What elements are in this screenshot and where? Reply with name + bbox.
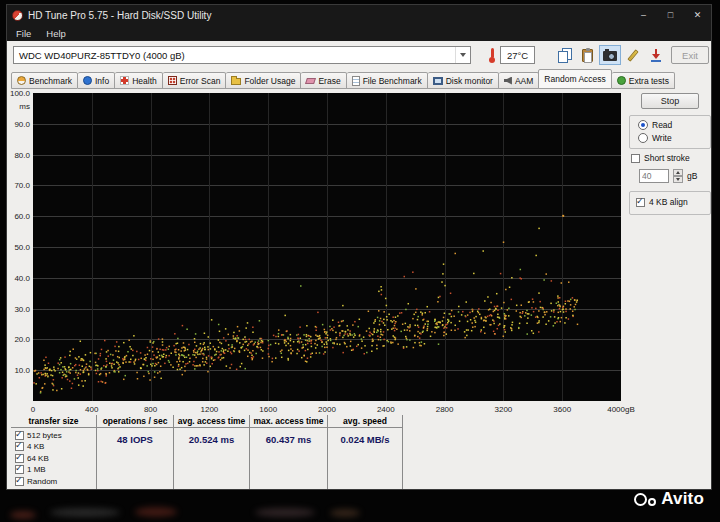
transfer-size-1-mb[interactable]: 1 MB bbox=[15, 465, 96, 474]
column-header-avg-speed: avg. speed bbox=[328, 415, 402, 428]
minimize-button[interactable]: – bbox=[630, 5, 657, 25]
avg-access-value: 20.524 ms bbox=[174, 434, 249, 445]
spin-up-icon[interactable] bbox=[673, 169, 683, 176]
tab-label: Error Scan bbox=[180, 76, 221, 86]
transfer-size-label: 4 KB bbox=[27, 442, 44, 451]
tab-label: Disk monitor bbox=[446, 76, 493, 86]
x-axis-tick: 0 bbox=[31, 405, 35, 414]
read-option[interactable]: Read bbox=[638, 120, 672, 130]
mode-group: Read Write bbox=[629, 115, 711, 149]
short-stroke-size-input[interactable] bbox=[639, 169, 669, 183]
write-option[interactable]: Write bbox=[638, 133, 672, 143]
tab-disk-monitor[interactable]: Disk monitor bbox=[428, 72, 499, 89]
thermometer-icon bbox=[487, 47, 497, 64]
transfer-size-random[interactable]: Random bbox=[15, 477, 96, 486]
avito-watermark: Avito bbox=[634, 489, 704, 509]
x-axis-tick: 3200 bbox=[494, 405, 512, 414]
x-axis-tick: 2800 bbox=[436, 405, 454, 414]
drive-select-value: WDC WD40PURZ-85TTDY0 (4000 gB) bbox=[19, 50, 185, 61]
checkbox-icon bbox=[15, 477, 24, 486]
x-axis-tick: 800 bbox=[144, 405, 157, 414]
column-header-operations: operations / sec bbox=[97, 415, 173, 428]
info-icon bbox=[83, 76, 92, 85]
transfer-size-512-bytes[interactable]: 512 bytes bbox=[15, 431, 96, 440]
spin-down-icon[interactable] bbox=[673, 176, 683, 183]
y-axis-tick: 80.0 bbox=[14, 151, 30, 160]
screenshot-button[interactable] bbox=[599, 45, 621, 65]
operations-value: 48 IOPS bbox=[97, 434, 173, 445]
stop-button[interactable]: Stop bbox=[641, 93, 699, 109]
write-label: Write bbox=[652, 133, 672, 143]
transfer-size-column: transfer size 512 bytes 4 KB 64 KB 1 MB … bbox=[11, 415, 97, 489]
checkbox-icon bbox=[15, 465, 24, 474]
copy-button[interactable] bbox=[553, 45, 575, 65]
pencil-icon bbox=[627, 49, 638, 62]
tab-folder-usage[interactable]: Folder Usage bbox=[226, 72, 301, 89]
benchmark-scatter-chart bbox=[33, 93, 621, 401]
toolbar-icons bbox=[553, 45, 667, 65]
client-area: WDC WD40PURZ-85TTDY0 (4000 gB) 27°C Exit… bbox=[7, 41, 711, 489]
tab-label: Benchmark bbox=[29, 76, 72, 86]
y-axis-tick: 100.0 bbox=[10, 89, 30, 98]
tab-random-access[interactable]: Random Access bbox=[538, 69, 611, 89]
x-axis-tick: 1600 bbox=[259, 405, 277, 414]
transfer-size-label: 512 bytes bbox=[27, 431, 62, 440]
copy-icon bbox=[558, 48, 571, 62]
kb-align-label: 4 KB align bbox=[649, 197, 688, 207]
save-report-button[interactable] bbox=[645, 45, 667, 65]
benchmark-icon bbox=[17, 76, 26, 85]
tab-label: Extra tests bbox=[629, 76, 669, 86]
tab-erase[interactable]: Erase bbox=[301, 72, 346, 89]
kb-align-checkbox[interactable] bbox=[636, 198, 645, 207]
checkbox-icon bbox=[15, 454, 24, 463]
avg-speed-value: 0.024 MB/s bbox=[328, 434, 402, 445]
tab-label: Random Access bbox=[544, 74, 605, 84]
tab-health[interactable]: Health bbox=[115, 72, 163, 89]
tab-error-scan[interactable]: Error Scan bbox=[163, 72, 227, 89]
transfer-size-4-kb[interactable]: 4 KB bbox=[15, 442, 96, 451]
exit-button[interactable]: Exit bbox=[671, 46, 709, 64]
menu-help[interactable]: Help bbox=[46, 28, 66, 39]
drive-select-dropdown[interactable]: WDC WD40PURZ-85TTDY0 (4000 gB) bbox=[13, 46, 471, 64]
tab-benchmark[interactable]: Benchmark bbox=[11, 72, 78, 89]
tab-label: Folder Usage bbox=[244, 76, 295, 86]
tab-extra-tests[interactable]: Extra tests bbox=[612, 72, 675, 89]
short-stroke-option[interactable]: Short stroke bbox=[631, 153, 690, 163]
titlebar: HD Tune Pro 5.75 - Hard Disk/SSD Utility… bbox=[7, 5, 711, 25]
watermark-text: Avito bbox=[661, 489, 704, 509]
tab-aam[interactable]: AAM bbox=[499, 72, 539, 89]
kb-align-option[interactable]: 4 KB align bbox=[636, 197, 688, 207]
clipboard-button[interactable] bbox=[576, 45, 598, 65]
column-header-avg-access: avg. access time bbox=[174, 415, 249, 428]
erase-icon bbox=[305, 78, 316, 84]
app-icon bbox=[12, 10, 23, 21]
menu-file[interactable]: File bbox=[16, 28, 31, 39]
transfer-size-64-kb[interactable]: 64 KB bbox=[15, 454, 96, 463]
x-axis-tick: 1200 bbox=[200, 405, 218, 414]
titlebar-buttons: – □ ✕ bbox=[630, 5, 711, 25]
y-axis-tick: 70.0 bbox=[14, 181, 30, 190]
aam-icon bbox=[504, 77, 512, 85]
maximize-button[interactable]: □ bbox=[657, 5, 684, 25]
window-title: HD Tune Pro 5.75 - Hard Disk/SSD Utility bbox=[28, 10, 211, 21]
tab-label: Info bbox=[95, 76, 109, 86]
download-icon bbox=[651, 49, 661, 62]
edit-button[interactable] bbox=[622, 45, 644, 65]
write-radio[interactable] bbox=[638, 133, 648, 143]
close-button[interactable]: ✕ bbox=[684, 5, 711, 25]
read-radio[interactable] bbox=[638, 120, 648, 130]
checkbox-icon bbox=[15, 431, 24, 440]
y-axis: ms 100.090.080.070.060.050.040.030.020.0… bbox=[7, 93, 30, 401]
tab-strip: Benchmark Info Health Error Scan Folder … bbox=[11, 69, 675, 89]
tab-label: AAM bbox=[515, 76, 533, 86]
avg-speed-column: avg. speed 0.024 MB/s bbox=[328, 415, 403, 489]
short-stroke-label: Short stroke bbox=[644, 153, 690, 163]
short-stroke-checkbox[interactable] bbox=[631, 154, 640, 163]
x-axis-tick: 3600 bbox=[553, 405, 571, 414]
tab-file-benchmark[interactable]: File Benchmark bbox=[347, 72, 428, 89]
y-axis-unit: ms bbox=[19, 102, 30, 111]
tab-info[interactable]: Info bbox=[78, 72, 115, 89]
menubar: File Help bbox=[7, 25, 711, 41]
y-axis-tick: 40.0 bbox=[14, 274, 30, 283]
y-axis-tick: 10.0 bbox=[14, 366, 30, 375]
